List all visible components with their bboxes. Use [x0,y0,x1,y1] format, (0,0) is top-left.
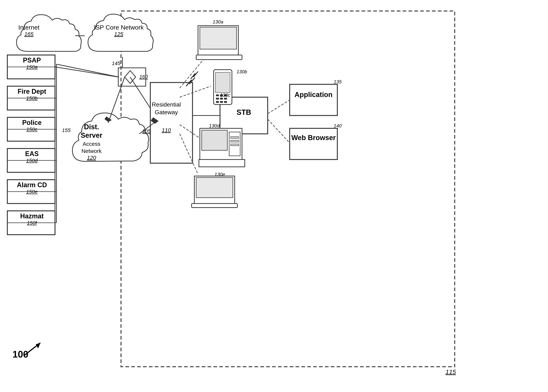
svg-rect-65 [229,132,240,156]
svg-line-30 [180,125,202,139]
svg-rect-47 [200,27,236,49]
svg-rect-63 [202,130,227,150]
fire-dept-label: Fire Dept [9,88,55,95]
svg-rect-55 [216,98,219,99]
hazmat-node: Hazmat 150f [9,212,55,226]
isp-core-node: ISP Core Network 125 [94,24,144,37]
svg-line-78 [24,343,40,356]
svg-text:130e: 130e [215,172,225,177]
svg-text:160: 160 [139,74,148,80]
svg-rect-66 [231,137,239,138]
svg-rect-53 [220,94,223,96]
dist-server-sublabel: AccessNetwork [81,140,102,154]
svg-text:130c: 130c [220,92,230,98]
alarm-cd-ref: 150e [9,189,55,195]
isp-core-ref: 125 [94,31,144,37]
svg-text:130a: 130a [213,19,223,25]
svg-line-27 [268,119,290,143]
fire-dept-ref: 150b [9,95,55,101]
svg-rect-4 [118,68,146,86]
svg-line-17 [108,77,125,123]
fire-dept-node: Fire Dept 150b [9,88,55,101]
police-node: Police 150c [9,119,55,132]
residential-gateway-ref: 110 [152,127,181,133]
psap-label: PSAP [9,56,55,64]
svg-text:100: 100 [13,349,28,360]
svg-marker-2 [125,70,136,84]
svg-line-32 [55,67,118,77]
residential-gateway-node: ResidentialGateway 110 [152,101,181,133]
application-node: Application [291,91,336,99]
svg-marker-18 [104,116,112,122]
svg-rect-68 [231,144,239,146]
svg-rect-50 [214,70,232,105]
svg-rect-56 [220,98,223,99]
svg-rect-54 [224,94,227,96]
svg-rect-67 [231,140,239,142]
svg-rect-52 [216,94,219,96]
police-label: Police [9,119,55,126]
svg-text:130d: 130d [209,123,220,128]
svg-rect-59 [220,101,223,103]
hazmat-ref: 150f [9,220,55,226]
internet-ref: 165 [18,31,39,37]
application-label: Application [291,91,336,99]
svg-rect-48 [196,55,242,60]
eas-ref: 150d [9,158,55,164]
svg-line-31 [180,134,198,174]
svg-line-28 [180,55,207,88]
eas-node: EAS 150d [9,150,55,164]
svg-rect-7 [290,84,337,116]
isp-core-label: ISP Core Network [94,24,144,31]
svg-rect-62 [200,128,242,160]
internet-label: Internet [18,24,39,31]
svg-rect-57 [224,98,227,99]
internet-node: Internet 165 [18,24,39,37]
psap-ref: 150a [9,64,55,70]
svg-rect-64 [199,160,245,167]
svg-rect-0 [121,11,455,367]
eas-label: EAS [9,150,55,158]
dist-server-ref: 120 [81,154,102,161]
svg-rect-70 [194,176,235,203]
web-browser-node: Web Browser [291,134,336,142]
svg-text:130b: 130b [236,69,247,74]
svg-line-45 [56,64,119,77]
stb-node: STB [222,108,266,116]
web-browser-label: Web Browser [291,134,336,142]
residential-gateway-label: ResidentialGateway [152,101,181,116]
svg-rect-8 [290,128,337,160]
svg-rect-71 [196,177,233,198]
svg-text:155: 155 [62,127,71,133]
psap-node: PSAP 150a [9,56,55,70]
svg-text:145: 145 [112,61,120,66]
svg-text:115: 115 [445,368,456,375]
svg-text:105: 105 [142,128,151,134]
stb-label: STB [222,108,266,116]
svg-text:135: 135 [334,79,342,84]
dist-server-node: Dist.Server AccessNetwork 120 [81,123,102,161]
dist-server-label: Dist.Server [81,123,102,140]
svg-line-26 [268,100,290,114]
svg-rect-46 [198,26,238,55]
alarm-cd-label: Alarm CD [9,181,55,189]
svg-line-29 [180,86,211,97]
alarm-cd-node: Alarm CD 150e [9,181,55,195]
hazmat-label: Hazmat [9,212,55,220]
svg-text:140: 140 [334,123,342,128]
police-ref: 150c [9,126,55,132]
svg-rect-51 [215,72,230,93]
svg-rect-60 [224,101,227,103]
svg-marker-79 [36,343,40,348]
svg-rect-72 [192,203,237,208]
svg-rect-58 [216,101,219,103]
svg-line-22 [130,77,150,108]
